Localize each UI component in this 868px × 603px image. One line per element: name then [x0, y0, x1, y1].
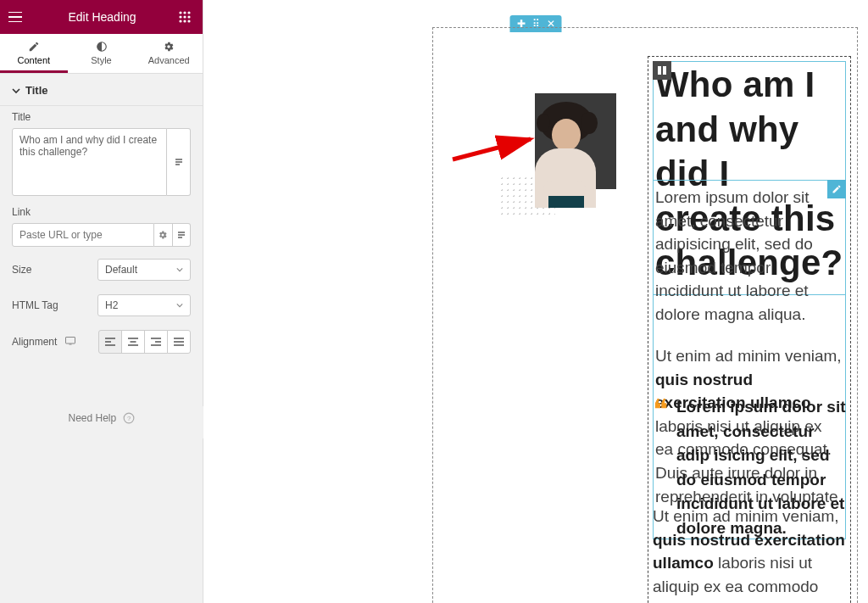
tab-style-label: Style [91, 55, 111, 65]
align-right-button[interactable] [144, 330, 168, 354]
link-input[interactable] [12, 223, 154, 247]
size-value: Default [105, 264, 137, 276]
link-options-button[interactable] [154, 223, 173, 247]
svg-point-6 [179, 20, 181, 22]
field-size: Size Default [0, 252, 203, 288]
paragraph-3: Ut enim ad minim veniam, quis nostrud ex… [653, 505, 846, 603]
alignment-buttons [98, 330, 191, 354]
column-edit-icon[interactable] [653, 61, 671, 80]
svg-point-2 [187, 11, 190, 14]
svg-point-1 [183, 11, 186, 14]
help-link[interactable]: Need Help ? [0, 360, 203, 424]
svg-text:?: ? [126, 415, 130, 422]
sidebar-title: Edit Heading [68, 10, 136, 24]
svg-rect-10 [65, 338, 75, 344]
align-justify-button[interactable] [167, 330, 191, 354]
svg-point-0 [179, 11, 181, 14]
title-label: Title [12, 111, 191, 123]
annotation-arrow [446, 134, 548, 168]
align-center-button[interactable] [121, 330, 145, 354]
edit-widget-icon[interactable] [827, 180, 846, 198]
responsive-icon[interactable] [65, 337, 75, 345]
panel-title-label: Title [25, 84, 48, 97]
svg-line-14 [453, 139, 531, 159]
tab-style[interactable]: Style [68, 34, 136, 73]
alignment-label: Alignment [12, 336, 75, 348]
htmltag-select[interactable]: H2 [97, 294, 191, 316]
align-left-button[interactable] [98, 330, 122, 354]
field-link: Link [0, 201, 203, 252]
editor-sidebar: Edit Heading Content Style Advanced Titl… [0, 0, 203, 603]
editor-canvas: ✚ ⠿ ✕ Who am I and why did I create this… [203, 0, 868, 603]
apps-icon[interactable] [179, 11, 194, 23]
title-textarea[interactable] [12, 128, 167, 196]
size-select[interactable]: Default [97, 259, 191, 281]
tab-advanced-label: Advanced [148, 55, 190, 65]
panel-tabs: Content Style Advanced [0, 34, 203, 74]
svg-point-5 [187, 15, 190, 18]
tab-content[interactable]: Content [0, 34, 68, 73]
tab-advanced[interactable]: Advanced [135, 34, 203, 73]
dynamic-tags-button[interactable] [167, 128, 191, 196]
svg-point-8 [187, 20, 190, 22]
svg-rect-15 [658, 66, 661, 75]
svg-rect-16 [663, 66, 666, 75]
svg-point-4 [183, 15, 186, 18]
htmltag-label: HTML Tag [12, 299, 58, 311]
field-title: Title [0, 106, 203, 201]
sidebar-header: Edit Heading [0, 0, 203, 34]
link-label: Link [12, 206, 191, 218]
htmltag-value: H2 [105, 299, 118, 311]
menu-icon[interactable] [8, 12, 25, 22]
panel-title: Title [0, 74, 203, 106]
svg-point-7 [183, 20, 186, 22]
field-htmltag: HTML Tag H2 [0, 288, 203, 323]
tab-content-label: Content [18, 55, 51, 65]
paragraph-1: Lorem ipsum dolor sit amet, consectetur … [655, 186, 843, 326]
field-alignment: Alignment [0, 323, 203, 360]
link-dynamic-button[interactable] [173, 223, 192, 247]
svg-rect-11 [69, 344, 71, 345]
svg-point-3 [179, 15, 181, 18]
panel-toggle-title[interactable]: Title [12, 84, 191, 105]
size-label: Size [12, 264, 31, 276]
help-icon: ? [123, 412, 135, 424]
